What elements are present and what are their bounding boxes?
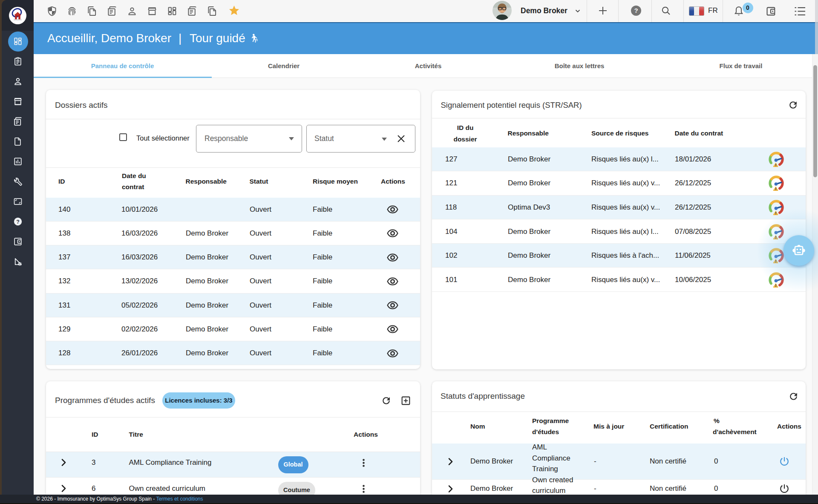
- svg-text:?: ?: [634, 7, 638, 14]
- svg-text:?: ?: [16, 219, 20, 225]
